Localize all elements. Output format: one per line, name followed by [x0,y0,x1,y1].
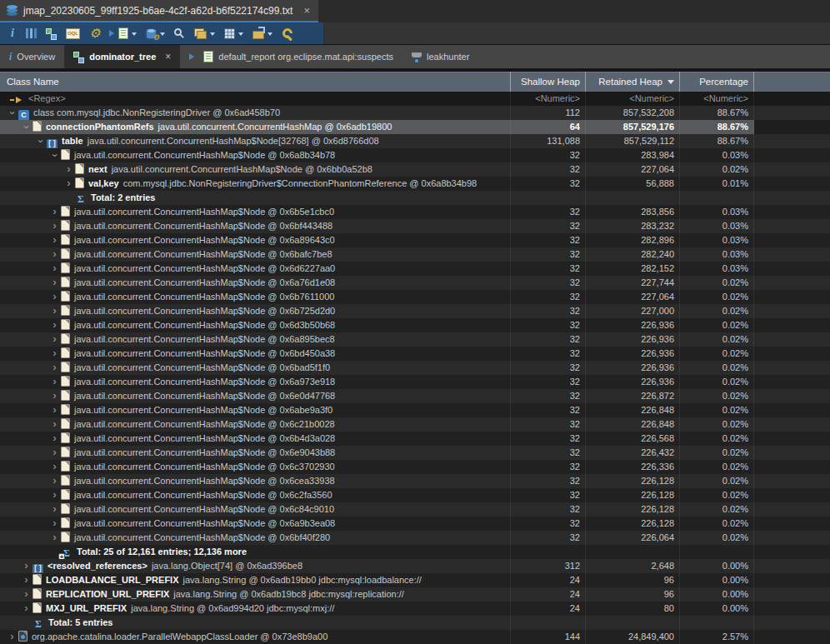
expand-chevron-icon[interactable]: › [48,531,61,545]
table-row[interactable]: ›java.util.concurrent.ConcurrentHashMap$… [0,502,830,517]
export-button[interactable] [249,24,276,42]
table-row[interactable]: ›val,keycom.mysql.jdbc.NonRegisteringDri… [0,177,830,191]
tab-overview[interactable]: i Overview [0,45,64,68]
expand-chevron-icon[interactable]: › [48,347,61,361]
table-row[interactable]: ›java.util.concurrent.ConcurrentHashMap$… [0,219,830,233]
dropdown-caret-icon[interactable] [132,32,137,38]
expand-chevron-icon[interactable]: › [48,502,61,517]
expand-chevron-icon[interactable]: › [20,587,32,602]
expand-chevron-icon[interactable]: › [48,474,61,488]
collapse-chevron-icon[interactable]: › [5,107,19,119]
table-row[interactable]: ›java.util.concurrent.ConcurrentHashMap$… [0,403,830,417]
table-row[interactable]: ›[]tablejava.util.concurrent.ConcurrentH… [0,134,830,148]
tab-close-icon[interactable]: × [165,51,171,62]
table-row[interactable]: ›java.util.concurrent.ConcurrentHashMap$… [0,304,830,318]
table-row[interactable]: ›java.util.concurrent.ConcurrentHashMap$… [0,276,830,290]
compare-button[interactable] [191,24,218,42]
dropdown-caret-icon[interactable] [268,32,272,38]
heap-dump-file-tab[interactable]: jmap_20230605_99ff1925-b6ae-4c2f-a62d-b6… [0,0,318,22]
tab-leakhunter[interactable]: leakhunter [402,45,478,68]
expand-chevron-icon[interactable]: › [48,517,61,531]
column-header-retained-heap[interactable]: Retained Heap [586,72,680,92]
thread-overview-button[interactable]: ⚙ [86,24,103,42]
file-tab-close-icon[interactable]: × [303,4,310,17]
oql-button[interactable]: OQL [62,24,83,42]
table-row[interactable]: ›nextjava.util.concurrent.ConcurrentHash… [0,162,830,177]
table-row[interactable]: ›java.util.concurrent.ConcurrentHashMap$… [0,474,830,488]
table-row[interactable]: ›java.util.concurrent.ConcurrentHashMap$… [0,517,830,531]
query-browser-button[interactable] [142,24,168,42]
expand-chevron-icon[interactable]: › [48,247,61,262]
collapse-chevron-icon[interactable]: › [33,135,48,147]
expand-chevron-icon[interactable]: › [62,162,75,177]
dropdown-caret-icon[interactable] [238,32,243,38]
table-row[interactable]: ›java.util.concurrent.ConcurrentHashMap$… [0,332,830,347]
expand-chevron-icon[interactable]: › [48,460,61,474]
table-row[interactable]: ›java.util.concurrent.ConcurrentHashMap$… [0,233,830,247]
table-row[interactable]: ›java.util.concurrent.ConcurrentHashMap$… [0,247,830,262]
column-header-class-name[interactable]: Class Name [0,72,511,92]
table-row[interactable]: ›java.util.concurrent.ConcurrentHashMap$… [0,262,830,276]
shallow-heap-filter-input[interactable]: <Numeric> [511,92,586,106]
table-row[interactable]: ›java.util.concurrent.ConcurrentHashMap$… [0,417,830,432]
tab-default-report[interactable]: default_report org.eclipse.mat.api:suspe… [180,45,402,68]
table-row[interactable]: ›java.util.concurrent.ConcurrentHashMap$… [0,375,830,389]
table-row[interactable]: ›LOADBALANCE_URL_PREFIXjava.lang.String … [0,573,830,587]
table-row[interactable]: ›MXJ_URL_PREFIXjava.lang.String @ 0x6ad9… [0,602,830,616]
table-row[interactable]: ›connectionPhantomRefsjava.util.concurre… [0,120,830,134]
expand-chevron-icon[interactable]: › [48,375,61,389]
dominator-tree-button[interactable] [42,24,60,42]
table-row[interactable]: ›java.util.concurrent.ConcurrentHashMap$… [0,318,830,332]
dropdown-caret-icon[interactable] [160,32,165,38]
table-row[interactable]: Σ+Total: 25 of 12,161 entries; 12,136 mo… [0,545,830,559]
expand-chevron-icon[interactable]: › [48,262,61,276]
histogram-button[interactable] [22,24,40,42]
table-row[interactable]: ›org.apache.catalina.loader.ParallelWeba… [0,630,830,644]
expand-chevron-icon[interactable]: › [48,432,61,446]
table-row[interactable]: ›java.util.concurrent.ConcurrentHashMap$… [0,361,830,375]
expand-chevron-icon[interactable]: › [48,361,61,375]
expand-chevron-icon[interactable]: › [48,304,61,318]
collapse-chevron-icon[interactable]: › [48,149,62,162]
dropdown-caret-icon[interactable] [210,32,215,38]
table-row[interactable]: ›java.util.concurrent.ConcurrentHashMap$… [0,446,830,460]
table-row[interactable]: ›java.util.concurrent.ConcurrentHashMap$… [0,460,830,474]
table-row[interactable]: ΣTotal: 2 entries [0,191,830,205]
expand-chevron-icon[interactable]: › [48,403,61,417]
expand-chevron-icon[interactable]: › [6,630,18,644]
expand-chevron-icon[interactable]: › [48,389,61,403]
expand-chevron-icon[interactable]: › [48,446,61,460]
table-row[interactable]: ›java.util.concurrent.ConcurrentHashMap$… [0,290,830,304]
expand-chevron-icon[interactable]: › [48,488,61,502]
table-row[interactable]: ›java.util.concurrent.ConcurrentHashMap$… [0,432,830,446]
run-report-button[interactable] [106,24,140,42]
calculator-button[interactable] [221,24,247,42]
table-row[interactable]: ›REPLICATION_URL_PREFIXjava.lang.String … [0,587,830,602]
expand-chevron-icon[interactable]: › [48,318,61,332]
expand-chevron-icon[interactable]: › [20,602,32,616]
percentage-filter-input[interactable]: <Numeric> [680,92,754,106]
expand-chevron-icon[interactable]: › [48,290,61,304]
retained-heap-filter-input[interactable]: <Numeric> [586,92,680,106]
collapse-chevron-icon[interactable]: › [19,121,33,133]
configure-button[interactable] [278,24,296,42]
expand-chevron-icon[interactable]: › [48,205,61,219]
table-row[interactable]: ›java.util.concurrent.ConcurrentHashMap$… [0,389,830,403]
expand-chevron-icon[interactable]: › [20,559,32,573]
expand-chevron-icon[interactable]: › [48,219,61,233]
tab-dominator-tree[interactable]: dominator_tree × [64,45,180,68]
table-row[interactable]: ΣTotal: 5 entries [0,616,830,630]
table-row[interactable]: ›[]<resolved_references>java.lang.Object… [0,559,830,573]
class-name-filter-input[interactable]: <Regex> [0,92,511,106]
column-header-shallow-heap[interactable]: Shallow Heap [511,72,586,92]
expand-chevron-icon[interactable]: › [48,276,61,290]
info-button[interactable]: i [5,24,20,42]
table-row[interactable]: ›Cclass com.mysql.jdbc.NonRegisteringDri… [0,106,830,120]
table-row[interactable]: ›java.util.concurrent.ConcurrentHashMap$… [0,488,830,502]
expand-chevron-icon[interactable]: › [20,573,32,587]
expand-chevron-icon[interactable]: › [48,233,61,247]
table-row[interactable]: ›java.util.concurrent.ConcurrentHashMap$… [0,148,830,162]
column-header-percentage[interactable]: Percentage [680,72,754,92]
expand-chevron-icon[interactable]: › [62,177,75,191]
table-row[interactable]: ›java.util.concurrent.ConcurrentHashMap$… [0,531,830,545]
